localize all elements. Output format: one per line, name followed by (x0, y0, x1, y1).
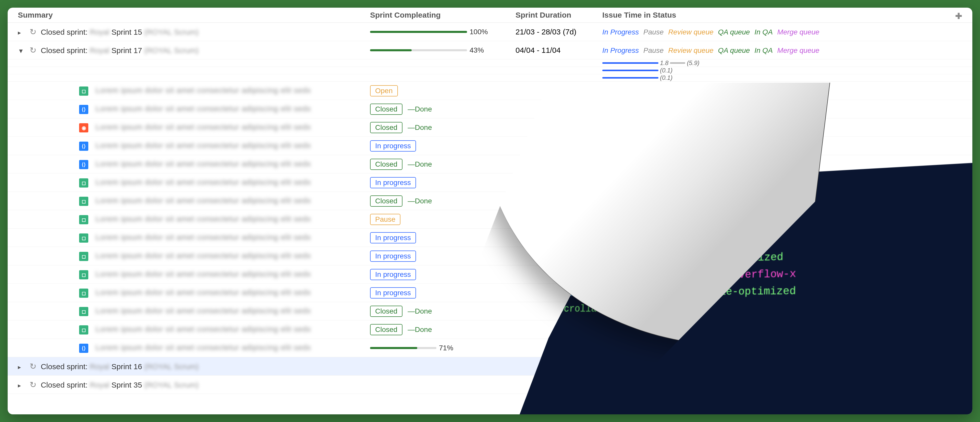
issue-row[interactable]: ⟨⟩ Lorem ipsum dolor sit amet consectetu… (8, 100, 972, 118)
issue-row[interactable]: ◻ Lorem ipsum dolor sit amet consectetur… (8, 228, 972, 247)
task-icon: ⟨⟩ (79, 344, 88, 353)
sprint-row[interactable]: ▸ ↻ Closed sprint: Royal Sprint 35 (ROYA… (8, 376, 972, 394)
col-issue-time-status[interactable]: Issue Time in Status (602, 11, 962, 19)
col-sprint-completing[interactable]: Sprint Compleating (370, 11, 515, 19)
story-icon: ◻ (79, 197, 88, 206)
sprint-icon: ↻ (30, 380, 37, 390)
sprint-project-redacted: Royal (89, 28, 109, 36)
story-icon: ◻ (79, 325, 88, 335)
completion-bar: 43% (370, 46, 515, 54)
chip-merge-queue: Merge queue (777, 28, 819, 36)
sprint-prefix: Closed sprint: (41, 46, 88, 55)
chip-in-progress: In Progress (602, 28, 639, 36)
status-badge: Closed (370, 324, 402, 335)
timeline-value: (5.9) (687, 59, 699, 67)
resolution-label: —Done (408, 105, 432, 113)
sprint-row[interactable]: ▼ ↻ Closed sprint: Royal Sprint 17 (ROYA… (8, 41, 972, 59)
sprint-name: Sprint 15 (111, 28, 142, 36)
status-badge: In progress (370, 287, 416, 298)
add-column-icon[interactable]: ✚ (955, 11, 962, 21)
status-badge: Pause (370, 214, 401, 225)
status-badge: Open (370, 85, 398, 97)
issue-title-redacted: Lorem ipsum dolor sit amet consectetur a… (95, 159, 311, 168)
completion-bar: 100% (370, 28, 515, 36)
sprint-row[interactable]: ▸ ↻ Closed sprint: Royal Sprint 16 (ROYA… (8, 357, 972, 376)
issue-row[interactable]: ◻ Lorem ipsum dolor sit amet consectetur… (8, 320, 972, 339)
sprint-suffix-redacted: (ROYAL Scrum) (144, 28, 199, 36)
timeline-value: (0.1) (660, 67, 673, 74)
bug-icon: ◉ (79, 123, 88, 132)
chip-review-queue: Review queue (668, 28, 713, 36)
story-icon: ◻ (79, 178, 88, 187)
status-badge: In progress (370, 177, 416, 188)
sprint-suffix-redacted: (ROYAL Scrum) (144, 46, 199, 55)
issue-title-redacted: Lorem ipsum dolor sit amet consectetur a… (95, 86, 311, 95)
sprint-duration: 21/03 - 28/03 (7d) (515, 27, 602, 36)
timeline-row: (0.1) (8, 67, 972, 74)
sprint-duration: 04/04 - 11/04 (515, 46, 602, 55)
status-badge: Closed (370, 103, 402, 115)
issue-title-redacted: Lorem ipsum dolor sit amet consectetur a… (95, 306, 311, 315)
story-icon: ◻ (79, 307, 88, 316)
story-icon: ◻ (79, 270, 88, 279)
story-icon: ◻ (79, 252, 88, 261)
sprint-project-redacted: Royal (89, 381, 109, 389)
sprint-status-cell: In Progress Pause Review queue QA queue … (602, 46, 962, 55)
issue-row[interactable]: ◻ Lorem ipsum dolor sit amet consectetur… (8, 284, 972, 302)
task-icon: ⟨⟩ (79, 160, 88, 169)
task-icon: ⟨⟩ (79, 105, 88, 114)
status-badge: In progress (370, 232, 416, 243)
story-icon: ◻ (79, 233, 88, 243)
resolution-label: —Done (408, 124, 432, 132)
sprint-name: Sprint 35 (111, 381, 142, 389)
expand-chevron-icon[interactable]: ▸ (18, 29, 25, 36)
issue-row[interactable]: ◻ Lorem ipsum dolor sit amet consectetur… (8, 210, 972, 228)
status-badge: Closed (370, 306, 402, 317)
chip-merge-queue: Merge queue (777, 46, 819, 54)
expand-chevron-icon[interactable]: ▸ (18, 382, 25, 389)
sprint-project-redacted: Royal (89, 46, 109, 55)
status-badge: In progress (370, 269, 416, 280)
chip-in-progress: In Progress (602, 46, 639, 54)
issue-title-redacted: Lorem ipsum dolor sit amet consectetur a… (95, 288, 311, 297)
issue-row[interactable]: ⟨⟩ Lorem ipsum dolor sit amet consectetu… (8, 155, 972, 173)
issue-title-redacted: Lorem ipsum dolor sit amet consectetur a… (95, 178, 311, 187)
issue-title-redacted: Lorem ipsum dolor sit amet consectetur a… (95, 251, 311, 260)
sprint-icon: ↻ (30, 27, 37, 37)
issue-row[interactable]: ◉ Lorem ipsum dolor sit amet consectetur… (8, 118, 972, 137)
issue-row[interactable]: ◻ Lorem ipsum dolor sit amet consectetur… (8, 265, 972, 284)
issue-row[interactable]: ⟨⟩ Lorem ipsum dolor sit amet consectetu… (8, 137, 972, 155)
col-summary[interactable]: Summary (18, 11, 370, 19)
status-badge: Closed (370, 195, 402, 207)
issue-title-redacted: Lorem ipsum dolor sit amet consectetur a… (95, 214, 311, 223)
sprint-row[interactable]: ▸ ↻ Closed sprint: Royal Sprint 15 (ROYA… (8, 23, 972, 41)
sprint-name: Sprint 16 (111, 362, 142, 371)
timeline-value: 1.8 (660, 59, 668, 67)
issue-row[interactable]: ◻ Lorem ipsum dolor sit amet consectetur… (8, 82, 972, 100)
sprint-prefix: Closed sprint: (41, 362, 88, 371)
chip-review-queue: Review queue (668, 46, 713, 54)
sprint-project-redacted: Royal (89, 362, 109, 371)
sprint-icon: ↻ (30, 45, 37, 55)
issue-title-redacted: Lorem ipsum dolor sit amet consectetur a… (95, 325, 311, 333)
issue-row[interactable]: ⟨⟩ Lorem ipsum dolor sit amet consectetu… (8, 339, 972, 357)
col-sprint-duration[interactable]: Sprint Duration (515, 11, 602, 19)
sprint-suffix-redacted: (ROYAL Scrum) (144, 381, 199, 389)
task-icon: ⟨⟩ (79, 141, 88, 151)
issue-progress-pct: 71% (439, 344, 453, 352)
issue-row[interactable]: ◻ Lorem ipsum dolor sit amet consectetur… (8, 302, 972, 320)
issue-title-redacted: Lorem ipsum dolor sit amet consectetur a… (95, 104, 311, 113)
issue-row[interactable]: ◻ Lorem ipsum dolor sit amet consectetur… (8, 247, 972, 265)
resolution-label: —Done (408, 160, 432, 168)
timeline-row: (0.1) (8, 74, 972, 82)
status-badge: Closed (370, 159, 402, 170)
table-header: Summary Sprint Compleating Sprint Durati… (8, 8, 972, 23)
expand-chevron-icon[interactable]: ▸ (18, 363, 25, 371)
issue-row[interactable]: ◻ Lorem ipsum dolor sit amet consectetur… (8, 192, 972, 210)
report-window: Summary Sprint Compleating Sprint Durati… (8, 8, 972, 414)
chip-in-qa: In QA (754, 28, 773, 36)
issue-row[interactable]: ◻ Lorem ipsum dolor sit amet consectetur… (8, 173, 972, 192)
completion-pct: 43% (469, 46, 484, 54)
expand-chevron-icon[interactable]: ▼ (18, 48, 25, 55)
status-badge: In progress (370, 251, 416, 262)
